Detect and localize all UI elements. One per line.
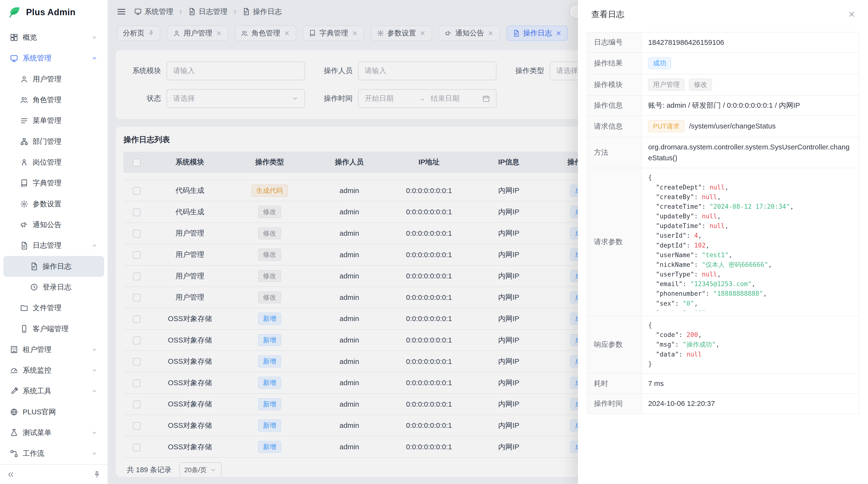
detail-label: 请求参数	[587, 168, 641, 316]
operlog-icon	[242, 8, 250, 15]
sidebar-item-岗位管理[interactable]: 岗位管理	[3, 152, 104, 172]
cell-ip: 0:0:0:0:0:0:0:1	[389, 436, 469, 458]
sidebar-item-参数设置[interactable]: 参数设置	[3, 194, 104, 214]
row-checkbox[interactable]	[133, 358, 141, 366]
breadcrumb-item[interactable]: 系统管理	[134, 7, 173, 17]
sidebar-item-系统管理[interactable]: 系统管理	[3, 48, 104, 69]
sidebar-item-PLUS官网[interactable]: PLUS官网	[3, 401, 104, 422]
breadcrumb-item[interactable]: 操作日志	[242, 7, 282, 17]
sidebar-menu: 概览系统管理用户管理角色管理菜单管理部门管理岗位管理字典管理参数设置通知公告日志…	[0, 24, 107, 464]
row-checkbox[interactable]	[133, 400, 141, 408]
detail-label: 请求信息	[587, 116, 641, 137]
pin-icon[interactable]	[148, 30, 155, 37]
close-icon[interactable]	[487, 30, 494, 37]
cell-ip-info: 内网IP	[469, 436, 549, 458]
tab-用户管理[interactable]: 用户管理	[167, 26, 228, 41]
sidebar-item-租户管理[interactable]: 租户管理	[3, 339, 104, 360]
user-icon	[20, 75, 28, 83]
cell-ip: 0:0:0:0:0:0:0:1	[389, 201, 469, 223]
close-icon[interactable]	[216, 30, 222, 37]
tab-参数设置[interactable]: 参数设置	[371, 26, 432, 41]
tab-操作日志[interactable]: 操作日志	[506, 26, 568, 41]
sidebar-item-系统监控[interactable]: 系统监控	[3, 360, 104, 381]
sidebar-item-日志管理[interactable]: 日志管理	[3, 235, 104, 256]
detail-label: 操作信息	[587, 95, 641, 116]
op-type-tag: 生成代码	[251, 185, 288, 197]
tab-分析页[interactable]: 分析页	[117, 26, 160, 41]
log-detail-body: 日志编号1842781986426159106操作结果成功操作模块用户管理修改操…	[587, 32, 859, 414]
cell-system-module: 用户管理	[150, 244, 230, 265]
row-checkbox[interactable]	[133, 336, 141, 344]
log-detail-table: 日志编号1842781986426159106操作结果成功操作模块用户管理修改操…	[587, 32, 859, 414]
cell-system-module: OSS对象存储	[150, 351, 230, 372]
sidebar-item-系统工具[interactable]: 系统工具	[3, 381, 104, 401]
close-icon[interactable]	[283, 30, 290, 37]
row-checkbox[interactable]	[133, 251, 141, 259]
select-all-checkbox[interactable]	[133, 159, 141, 166]
system-module-input[interactable]: 请输入	[166, 61, 305, 80]
cell-operator: admin	[309, 244, 389, 265]
cell-ip: 0:0:0:0:0:0:0:1	[389, 351, 469, 372]
detail-value: 1842781986426159106	[641, 32, 859, 52]
sidebar-item-文件管理[interactable]: 文件管理	[3, 298, 104, 318]
sidebar-item-客户端管理[interactable]: 客户端管理	[3, 318, 104, 339]
sidebar-item-角色管理[interactable]: 角色管理	[3, 90, 104, 110]
breadcrumb: 系统管理日志管理操作日志	[134, 7, 282, 17]
cell-operator: admin	[309, 394, 389, 415]
sidebar-item-工作流[interactable]: 工作流	[3, 443, 104, 464]
page-size-select[interactable]: 20条/页	[179, 462, 222, 477]
view-log-drawer: 查看日志 日志编号1842781986426159106操作结果成功操作模块用户…	[578, 0, 868, 484]
row-checkbox[interactable]	[133, 422, 141, 430]
row-checkbox[interactable]	[133, 230, 141, 237]
status-select[interactable]: 请选择	[166, 89, 305, 108]
tab-角色管理[interactable]: 角色管理	[235, 26, 296, 41]
hamburger-menu-icon[interactable]	[117, 7, 126, 17]
collapse-sidebar-icon[interactable]	[7, 471, 14, 479]
detail-row: 操作模块用户管理修改	[587, 74, 859, 95]
sidebar-item-label: PLUS官网	[23, 407, 97, 417]
row-checkbox[interactable]	[133, 187, 141, 195]
close-icon[interactable]	[419, 30, 426, 37]
row-checkbox[interactable]	[133, 444, 141, 451]
sidebar-item-label: 菜单管理	[33, 116, 97, 126]
close-icon[interactable]	[847, 10, 856, 18]
cell-operator: admin	[309, 201, 389, 223]
tab-通知公告[interactable]: 通知公告	[439, 26, 500, 41]
sidebar-item-概览[interactable]: 概览	[3, 27, 104, 48]
sidebar-item-字典管理[interactable]: 字典管理	[3, 173, 104, 194]
sidebar-item-菜单管理[interactable]: 菜单管理	[3, 110, 104, 131]
dict-icon	[309, 30, 316, 37]
pin-sidebar-icon[interactable]	[93, 471, 101, 479]
date-range-picker[interactable]: 开始日期 → 结束日期	[358, 89, 496, 108]
json-code-block[interactable]: { "createDept": null, "createBy": null, …	[648, 172, 852, 311]
operlog-icon	[513, 30, 520, 37]
op-type-tag: 新增	[258, 313, 281, 325]
sidebar-item-用户管理[interactable]: 用户管理	[3, 69, 104, 90]
sidebar-item-部门管理[interactable]: 部门管理	[3, 131, 104, 152]
cell-system-module: OSS对象存储	[150, 394, 230, 415]
detail-row: 响应参数{ "code": 200, "msg": "操作成功", "data"…	[587, 316, 859, 374]
row-checkbox[interactable]	[133, 379, 141, 387]
sidebar-item-操作日志[interactable]: 操作日志	[3, 256, 104, 277]
sidebar-item-通知公告[interactable]: 通知公告	[3, 214, 104, 235]
close-icon[interactable]	[351, 30, 358, 37]
tab-字典管理[interactable]: 字典管理	[303, 26, 364, 41]
row-checkbox[interactable]	[133, 272, 141, 280]
sidebar-item-label: 通知公告	[33, 220, 97, 230]
close-icon[interactable]	[555, 30, 562, 37]
app-title: Plus Admin	[26, 7, 75, 18]
cell-operator: admin	[309, 287, 389, 308]
row-checkbox[interactable]	[133, 294, 141, 301]
row-checkbox[interactable]	[133, 315, 141, 323]
filter-operator: 操作人员 请输入	[316, 61, 496, 80]
request-path: /system/user/changeStatus	[689, 122, 776, 130]
detail-value: { "createDept": null, "createBy": null, …	[641, 168, 859, 316]
sidebar-item-label: 系统管理	[23, 53, 87, 63]
cell-ip-info: 内网IP	[469, 201, 549, 223]
operator-input[interactable]: 请输入	[358, 61, 496, 80]
row-checkbox[interactable]	[133, 208, 141, 216]
sidebar-item-登录日志[interactable]: 登录日志	[3, 277, 104, 297]
detail-row: 请求参数{ "createDept": null, "createBy": nu…	[587, 168, 859, 316]
breadcrumb-item[interactable]: 日志管理	[188, 7, 227, 17]
sidebar-item-测试菜单[interactable]: 测试菜单	[3, 422, 104, 443]
